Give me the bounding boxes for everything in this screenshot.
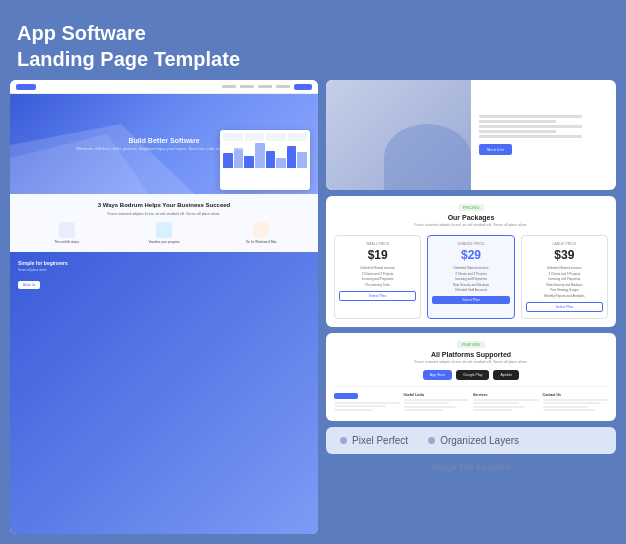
pricing-label-orange: ORANGE PRICE — [432, 242, 509, 246]
pricing-cards: SMALL PRICE $19 Unlimited Shared service… — [334, 235, 608, 319]
pricing-badge: PRICING — [458, 204, 485, 211]
mock-middle-title: 3 Ways Bodrum Helps Your Business Succee… — [20, 202, 308, 208]
mock-feature-1: The real-life status — [20, 222, 113, 244]
website-mockup: Build Better Software Whatever skill lev… — [10, 80, 318, 534]
pricing-feat: Monthly Reports and Analytics — [526, 294, 603, 298]
mock-nav-link — [276, 85, 290, 88]
mock-bottom-title: Simple for beginners — [18, 260, 310, 266]
text-line — [479, 125, 582, 128]
bottom-bar-label-2: Organized Layers — [440, 435, 519, 446]
pricing-feat: Provisioning Tools — [339, 283, 416, 287]
pricing-feat: Invoicing and Payments — [526, 277, 603, 281]
pricing-card-small: SMALL PRICE $19 Unlimited Shared service… — [334, 235, 421, 319]
text-line — [479, 135, 582, 138]
footer-line — [404, 399, 470, 401]
mock-dash-bar — [297, 152, 307, 168]
pricing-subtitle: Fusce euismod adipisic lorem, sit vidi v… — [334, 223, 608, 227]
mock-nav-logo — [16, 84, 36, 90]
left-panel: Build Better Software Whatever skill lev… — [10, 80, 318, 534]
mock-middle: 3 Ways Bodrum Helps Your Business Succee… — [10, 194, 318, 252]
mock-feature-text-3: On for Windows & Mac — [215, 240, 308, 244]
mock-dash-stat — [288, 133, 308, 141]
mock-dash-stat — [245, 133, 265, 141]
platform-title: All Platforms Supported — [334, 351, 608, 358]
mock-feature-2: Visualise your progress — [117, 222, 210, 244]
mock-middle-subtitle: Fusce euismod adipisic lorem, sit vidi v… — [20, 212, 308, 216]
pricing-price-large: $39 — [526, 248, 603, 262]
mock-hero-subtitle: Whatever skill level of the pictures, di… — [76, 146, 252, 151]
mock-feature-text-1: The real-life status — [20, 240, 113, 244]
mock-dash-bar — [287, 146, 297, 169]
pricing-feat: Free Strategy & apps — [526, 288, 603, 292]
right-top-cta-button[interactable]: More Info — [479, 144, 512, 155]
footer-col-title: Services — [473, 393, 539, 397]
footer-col-title: Contact Us — [543, 393, 609, 397]
pricing-select-btn-small[interactable]: Select Plan — [339, 291, 416, 301]
platform-btn-aptoide[interactable]: Aptoide — [493, 370, 519, 380]
mock-bottom-subtitle: Senec all place alone — [18, 268, 310, 272]
mock-dash-stat — [266, 133, 286, 141]
footer-line — [404, 402, 450, 404]
pricing-price-small: $19 — [339, 248, 416, 262]
mock-nav-link — [222, 85, 236, 88]
mock-dash-stat — [223, 133, 243, 141]
pricing-features-large: Unlimited Shared services 2 Clients and … — [526, 266, 603, 298]
platform-footer-col-links: Useful Links — [404, 393, 470, 413]
bottom-dot-2 — [428, 437, 435, 444]
mock-nav-btn — [294, 84, 312, 90]
pricing-title: Our Packages — [334, 214, 608, 221]
bottom-bar-label-1: Pixel Perfect — [352, 435, 408, 446]
platform-btn-googleplay[interactable]: Google Play — [456, 370, 489, 380]
right-top-content: More Info — [471, 80, 616, 190]
mock-dashboard — [220, 130, 310, 190]
mock-dash-header — [223, 133, 307, 141]
footer-line — [334, 402, 400, 404]
bottom-bar: Pixel Perfect Organized Layers — [326, 427, 616, 454]
mock-feature-3: On for Windows & Mac — [215, 222, 308, 244]
right-panel: More Info PRICING Our Packages Fusce eui… — [326, 80, 616, 534]
pricing-feat: Data Security and Backups — [432, 283, 509, 287]
pricing-price-orange: $29 — [432, 248, 509, 262]
pricing-feat: 2 Clients and 3 Projects — [339, 272, 416, 276]
footer-line — [473, 409, 512, 411]
pricing-feat: Data Security and Backups — [526, 283, 603, 287]
footer-line — [473, 399, 539, 401]
mock-bottom-btn[interactable]: About Us — [18, 281, 40, 289]
right-top-preview: More Info — [326, 80, 616, 190]
pricing-features-small: Unlimited Shared services 2 Clients and … — [339, 266, 416, 287]
mock-nav — [10, 80, 318, 94]
platform-footer: Useful Links Services Contact Us — [334, 386, 608, 413]
pricing-feat: Unlimited Staff Accounts — [432, 288, 509, 292]
mock-dash-bar — [276, 158, 286, 168]
pricing-feat: Invoicing and Payments — [432, 277, 509, 281]
platform-footer-col-contact: Contact Us — [543, 393, 609, 413]
mock-feature-text-2: Visualise your progress — [117, 240, 210, 244]
text-line — [479, 120, 556, 123]
pricing-section: PRICING Our Packages Fusce euismod adipi… — [326, 196, 616, 327]
platform-btn-appstore[interactable]: App Store — [423, 370, 453, 380]
mock-bottom: Simple for beginners Senec all place alo… — [10, 252, 318, 534]
mock-dash-bar — [244, 156, 254, 169]
main-container: Build Better Software Whatever skill lev… — [10, 10, 616, 534]
footer-line — [543, 409, 595, 411]
footer-line — [543, 406, 589, 408]
platform-buttons: App Store Google Play Aptoide — [334, 370, 608, 380]
title-area: App Software Landing Page Template — [17, 20, 240, 72]
text-line — [479, 115, 582, 118]
mock-feature-icon-1 — [59, 222, 75, 238]
pricing-select-btn-orange[interactable]: Select Plan — [432, 296, 509, 304]
footer-line — [473, 402, 519, 404]
mock-nav-link — [258, 85, 272, 88]
bottom-bar-item-2: Organized Layers — [428, 435, 519, 446]
pricing-feat: Unlimited Shared services — [526, 266, 603, 270]
platform-section: FEATURE All Platforms Supported Fusce eu… — [326, 333, 616, 421]
pricing-feat: Unlimited Shared services — [432, 266, 509, 270]
pricing-features-orange: Unlimited Shared services 2 Clients and … — [432, 266, 509, 292]
pricing-feat: 2 Clients and 3 Projects — [432, 272, 509, 276]
pricing-select-btn-large[interactable]: Select Plan — [526, 302, 603, 312]
pricing-feat: Unlimited Shared services — [339, 266, 416, 270]
mock-nav-links — [222, 85, 290, 88]
mock-feature-icon-2 — [156, 222, 172, 238]
mock-dash-bar — [266, 151, 276, 169]
mock-features: The real-life status Visualise your prog… — [20, 222, 308, 244]
